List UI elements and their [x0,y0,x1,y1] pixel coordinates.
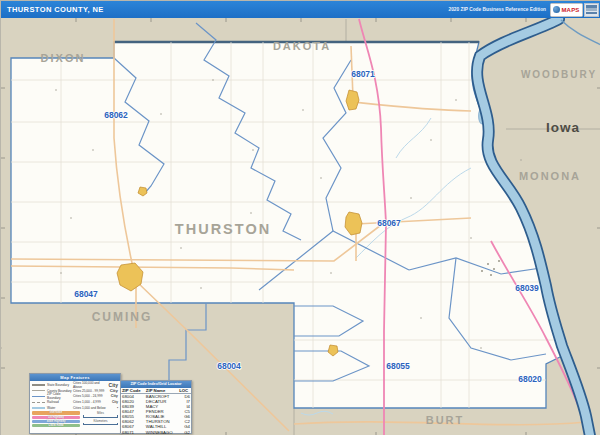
zip-label-68067: 68067 [377,218,401,228]
zip-label-68062: 68062 [104,110,128,120]
edition-subtitle: 2020 ZIP Code Business Reference Edition [449,7,550,12]
legend-line-sample [32,396,45,397]
county-label-cuming: CUMING [92,310,153,324]
legend-city-items: Cities 100,000 and AboveCityCities 25,00… [73,383,118,411]
legend-line-items: State BoundaryCounty BoundaryZIP Code Bo… [32,383,73,411]
legend-scalebars: Miles Kilometers [80,411,118,428]
loc-cell: G2 [178,430,191,435]
zip-label-68055: 68055 [386,361,410,371]
marketmaps-logo: MAPS [550,3,583,17]
legend-city-sample: City [110,388,118,393]
legend-city-item: Cities 1,000 - 4,999City [73,399,118,405]
legend-city-label: Cities 25,000 - 99,999 [73,389,104,393]
zip-label-68039: 68039 [515,283,539,293]
zip-label-68071: 68071 [351,69,375,79]
reference-badge [584,3,599,17]
legend-road-items: InterstateUS HighwayState HighwayLocal R… [32,411,80,428]
legend-city-label: Cities 1,000 - 4,999 [73,400,101,404]
legend-line-sample [32,402,45,403]
county-label-dakota: DAKOTA [273,40,331,52]
county-label-thurston: THURSTON [175,221,271,237]
legend-line-sample [32,384,45,386]
zip-label-68020: 68020 [518,374,542,384]
zip-table-row: 68071WINNEBAGOG2 [121,430,191,435]
title-bar: THURSTON COUNTY, NE 2020 ZIP Code Busine… [1,1,600,18]
map-legend: Map Features State BoundaryCounty Bounda… [29,373,121,434]
county-label-woodbury: WOODBURY [521,69,597,80]
county-label-dixon: DIXON [41,52,86,64]
globe-icon [553,6,560,13]
legend-road-item: Local Road [32,424,80,427]
map-page: THURSTON COUNTY, NE 2020 ZIP Code Busine… [0,0,600,435]
zip-label-68047: 68047 [74,289,98,299]
zip-table-title: ZIP Code Index/Grid Locator [121,381,191,388]
legend-line-sample [32,390,45,391]
legend-city-item: Cities 25,000 - 99,999City [73,388,118,394]
zip-index-table: ZIP Code Index/Grid Locator ZIP CodeZIP … [120,380,192,434]
zip-name-cell: WINNEBAGO [145,430,178,435]
legend-title: Map Features [30,374,120,381]
legend-city-item: Cities 5,000 - 24,999City [73,394,118,400]
legend-line-label: Railroad [47,400,59,404]
zip-label-68004: 68004 [217,361,241,371]
legend-city-sample: City [109,382,118,388]
page-title: THURSTON COUNTY, NE [1,5,104,14]
legend-city-label: Cities 5,000 - 24,999 [73,394,102,398]
legend-line-sample [32,407,45,409]
scale-km-bar [83,423,118,426]
scale-miles-bar [83,415,118,418]
legend-city-item: Cities 100,000 and AboveCity [73,383,118,389]
legend-city-sample: • [117,406,118,410]
legend-city-sample: City [112,400,118,404]
legend-line-label: State Boundary [47,383,69,387]
legend-city-item: Cities 1,000 and Below• [73,405,118,411]
legend-city-sample: City [111,394,118,398]
zip-code-cell: 68071 [121,430,145,435]
county-label-burt: BURT [426,414,465,426]
county-label-monona: MONONA [519,170,581,182]
state-label-iowa: Iowa [546,120,580,135]
legend-city-label: Cities 1,000 and Below [73,406,106,410]
